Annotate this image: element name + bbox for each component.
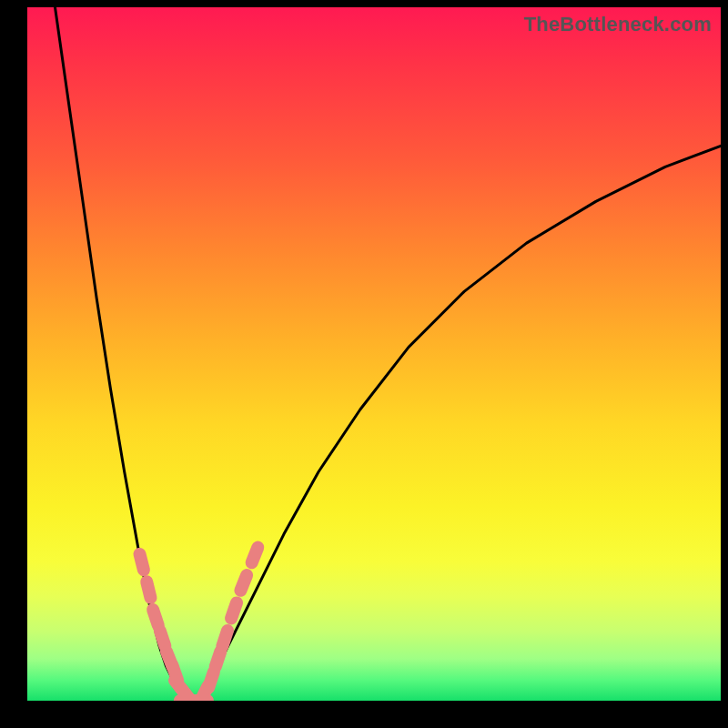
marker-left-markers — [160, 631, 166, 646]
marker-right-markers — [240, 575, 247, 591]
chart-frame: TheBottleneck.com — [0, 0, 728, 728]
marker-right-markers — [231, 602, 237, 618]
marker-right-markers — [252, 548, 258, 563]
chart-svg — [27, 7, 721, 701]
marker-right-markers — [208, 672, 214, 688]
marker-left-markers — [140, 554, 144, 570]
marker-right-markers — [222, 631, 228, 646]
marker-left-markers — [153, 610, 158, 625]
series-group — [56, 7, 722, 701]
plot-area: TheBottleneck.com — [27, 7, 721, 701]
marker-left-markers — [147, 581, 150, 598]
curve-right-curve — [201, 146, 722, 701]
curve-left-curve — [56, 7, 187, 701]
marker-right-markers — [216, 652, 221, 667]
